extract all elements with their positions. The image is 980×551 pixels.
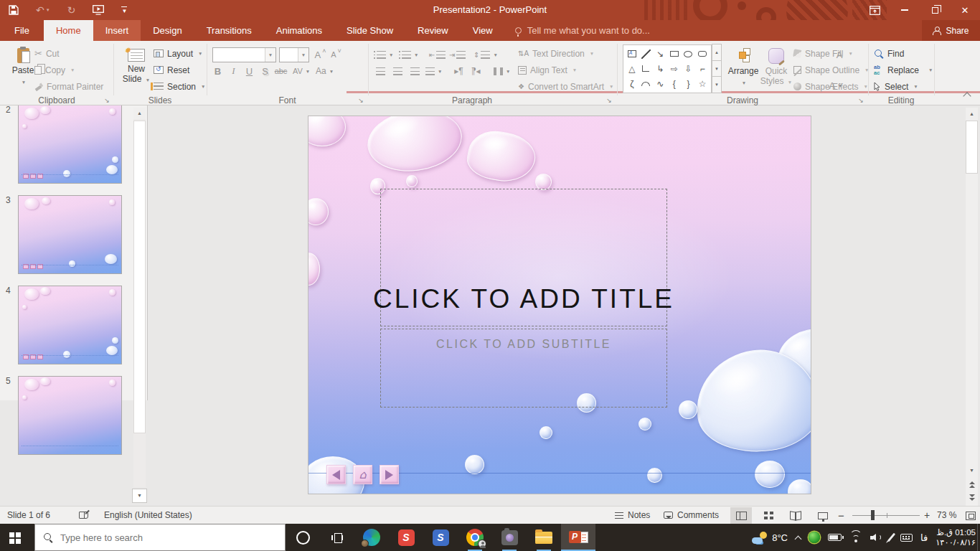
previous-slide-button[interactable] [966,479,978,490]
new-slide-button[interactable]: ✹ NewSlide ▼ [119,44,154,94]
reset-button[interactable]: Reset [154,62,189,77]
task-view-button[interactable] [320,524,354,551]
tab-home[interactable]: Home [44,20,93,41]
shapes-more-button[interactable]: ▼ [712,76,722,93]
tab-design[interactable]: Design [141,20,194,41]
arrow-shape[interactable]: ↘ [653,47,667,62]
font-name-dropdown-icon[interactable]: ▼ [265,48,275,62]
ltr-text-direction-button[interactable]: ▸¶ [452,64,466,78]
main-scrollbar-thumb[interactable] [966,121,978,174]
show-desktop-button[interactable] [977,524,980,551]
format-painter-button[interactable]: Format Painter [34,79,103,94]
italic-button[interactable]: I [227,64,240,78]
line-shape[interactable] [639,47,654,62]
elbow-connector-shape[interactable] [639,62,654,77]
taskbar-search-box[interactable] [34,524,286,551]
rectangle-shape[interactable] [667,47,682,62]
text-box-shape[interactable] [625,47,639,62]
taskbar-chrome-button[interactable] [458,524,492,551]
decrease-indent-button[interactable]: ⇤ [429,47,446,62]
taskbar-snagit-button[interactable]: S [389,524,423,551]
slide-counter[interactable]: Slide 1 of 6 [7,507,50,524]
share-button[interactable]: Share [922,20,980,41]
shape-fill-button[interactable]: Shape Fill▼ [793,46,853,61]
rtl-text-direction-button[interactable]: ▸¶ [469,64,483,78]
tab-view[interactable]: View [461,20,505,41]
taskbar-camera-button[interactable] [492,524,527,551]
right-brace-shape[interactable]: } [682,76,696,91]
zoom-in-button[interactable]: + [924,507,930,524]
collapse-ribbon-button[interactable] [964,91,970,101]
slide-thumbnail-5[interactable] [18,376,122,400]
slide-sorter-view-button[interactable] [758,507,779,524]
font-size-input[interactable] [280,48,298,62]
increase-indent-button[interactable]: ⇥ [449,47,466,62]
triangle-shape[interactable]: △ [625,62,639,77]
tab-review[interactable]: Review [405,20,461,41]
elbow-arrow-connector-shape[interactable]: ↳ [653,62,667,77]
curve-shape[interactable]: ∿ [653,76,667,91]
back-navigation-button[interactable] [326,465,346,484]
battery-tray-button[interactable] [828,534,842,541]
select-button[interactable]: Select▼ [874,79,918,94]
font-size-combo[interactable]: ▼ [279,47,309,62]
align-text-button[interactable]: Align Text▼ [518,62,577,77]
zoom-level[interactable]: 73 % [937,507,956,524]
replace-button[interactable]: abacReplace▼ [874,62,933,77]
volume-tray-button[interactable] [870,533,882,542]
close-button[interactable]: ✕ [950,0,980,20]
down-arrow-shape[interactable]: ⇩ [682,62,696,77]
tab-insert[interactable]: Insert [93,20,141,41]
network-tray-button[interactable] [849,533,862,542]
strikethrough-button[interactable]: abc [274,64,288,78]
slide-thumbnail-3[interactable] [18,195,122,274]
forward-navigation-button[interactable] [380,465,399,484]
align-center-button[interactable] [391,64,405,78]
zoom-slider-track[interactable] [852,515,920,516]
comments-button[interactable]: Comments [664,507,719,524]
cortana-button[interactable] [286,524,320,551]
spellcheck-button[interactable] [79,507,88,524]
thumbnail-scroll-up-button[interactable]: ▲ [133,108,146,119]
antivirus-tray-icon[interactable] [809,532,820,543]
input-language-button[interactable]: فا [920,532,928,543]
pa​ragraph-dialog-launcher[interactable]: ↘ [605,96,613,105]
tell-me-box[interactable]: Tell me what you want to do... [515,20,650,41]
weather-widget[interactable]: 8°C [752,532,788,544]
scribble-shape[interactable]: ζ [625,76,639,91]
restore-button[interactable] [920,0,950,20]
copy-button[interactable]: Copy▼ [34,62,75,77]
taskbar-powerpoint-button[interactable]: P [561,524,595,551]
clipboard-dialog-launcher[interactable]: ↘ [103,96,111,105]
drawing-dialog-launcher[interactable]: ↘ [857,96,865,105]
justify-button[interactable]: ▼ [425,64,442,78]
tab-file[interactable]: File [0,20,44,41]
shape-effects-button[interactable]: Shape Effects▼ [793,79,868,94]
shapes-gallery[interactable]: ↘ △ ↳ ⇨ ⇩ ⌐ ζ ∿ { } ☆ [623,44,712,93]
taskbar-edge-button[interactable] [354,524,389,551]
text-shadow-button[interactable]: S [258,64,272,78]
clock[interactable]: 01:05 ق.ظ۱۴۰۰/۰۸/۱۶ [936,527,976,547]
start-button[interactable] [0,524,34,551]
tab-transitions[interactable]: Transitions [194,20,264,41]
font-size-dropdown-icon[interactable]: ▼ [298,48,308,62]
subtitle-placeholder[interactable]: CLICK TO ADD SUBTITLE [380,329,667,408]
pen-tray-button[interactable] [890,532,892,542]
fit-slide-to-window-button[interactable] [960,507,980,524]
arrange-button[interactable]: Arrange▼ [726,44,760,94]
text-direction-button[interactable]: ⇅AText Direction▼ [518,46,594,61]
zoom-out-button[interactable]: − [838,507,844,524]
minimize-button[interactable] [890,0,920,20]
tab-animations[interactable]: Animations [264,20,334,41]
line-spacing-button[interactable]: ⇕▼ [473,47,498,62]
character-spacing-button[interactable]: AV▼ [293,64,310,78]
find-button[interactable]: Find [874,46,904,61]
normal-view-button[interactable] [730,507,752,524]
hidden-icons-button[interactable] [796,534,801,542]
increase-font-size-button[interactable]: A [314,47,327,62]
freeform-shape[interactable]: ⌐ [695,62,710,77]
left-brace-shape[interactable]: { [667,76,682,91]
reading-view-button[interactable] [785,507,806,524]
align-right-button[interactable] [408,64,422,78]
convert-to-smartart-button[interactable]: ❖Convert to SmartArt▼ [518,79,613,94]
